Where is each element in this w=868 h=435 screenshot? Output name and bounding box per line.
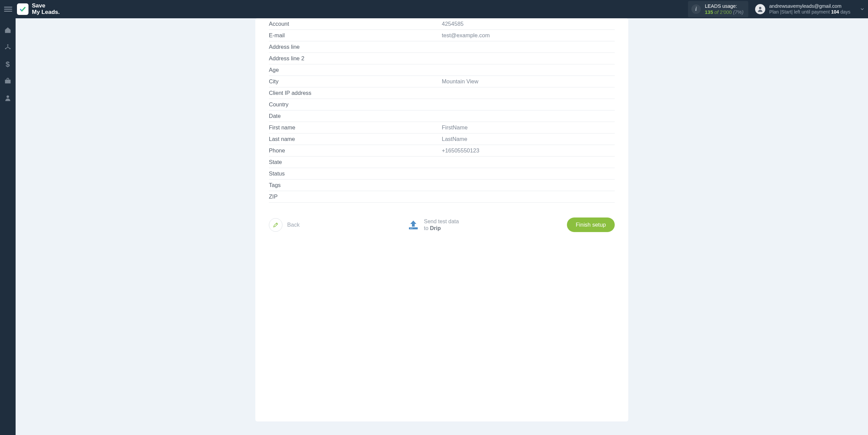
field-value [442,113,615,119]
field-row: State [269,157,615,168]
field-value [442,182,615,188]
field-row: E-mailtest@example.com [269,30,615,41]
svg-text:$: $ [5,60,9,68]
field-value: 4254585 [442,21,615,27]
send-test-line2: to Drip [424,225,459,231]
nav-billing[interactable]: $ [0,59,16,69]
field-label: Country [269,101,442,108]
app-header: Save My Leads. i LEADS usage: 135 of 2'0… [0,0,868,18]
edit-icon [269,218,282,232]
usage-title: LEADS usage: [705,3,744,9]
field-row: First nameFirstName [269,122,615,133]
field-row: Client IP address [269,87,615,99]
menu-toggle-button[interactable] [4,5,12,13]
field-row: Tags [269,180,615,191]
account-plan: Plan |Start| left until payment 104 days [769,9,850,15]
field-row: Age [269,64,615,76]
field-row: Last nameLastName [269,133,615,145]
field-value [442,44,615,50]
field-value: LastName [442,136,615,142]
field-value [442,193,615,200]
field-label: City [269,78,442,85]
setup-panel: Account4254585E-mailtest@example.comAddr… [255,18,628,421]
field-label: Client IP address [269,90,442,96]
sidebar-nav: $ [0,18,16,435]
chevron-down-icon[interactable] [860,7,865,12]
field-row: Status [269,168,615,180]
field-row: Address line [269,41,615,53]
send-test-button[interactable]: Send test data to Drip [408,218,459,231]
field-value [442,170,615,177]
field-row: Phone+16505550123 [269,145,615,157]
field-value [442,101,615,108]
field-row: Address line 2 [269,53,615,64]
action-bar: Back Send test data to Drip Finish setup [269,218,615,232]
svg-rect-7 [409,227,418,229]
brand-logo[interactable]: Save My Leads. [17,3,60,15]
field-row: Date [269,110,615,122]
field-label: First name [269,124,442,131]
field-row: Country [269,99,615,110]
field-label: Account [269,21,442,27]
avatar-icon [755,4,765,14]
finish-setup-button[interactable]: Finish setup [567,218,615,232]
svg-point-8 [410,228,411,229]
field-value: Mountain View [442,78,615,85]
field-value: +16505550123 [442,147,615,154]
send-test-line1: Send test data [424,218,459,225]
usage-detail: 135 of 2'000 (7%) [705,9,744,15]
usage-text: LEADS usage: 135 of 2'000 (7%) [705,3,744,15]
field-label: Age [269,67,442,73]
nav-home[interactable] [0,25,16,35]
account-email: andrewsavemyleads@gmail.com [769,3,850,9]
nav-connections[interactable] [0,42,16,52]
svg-point-1 [7,44,8,46]
field-label: State [269,159,442,165]
field-row: ZIP [269,191,615,203]
field-row: Account4254585 [269,18,615,30]
svg-point-6 [6,96,9,98]
field-value [442,90,615,96]
svg-point-0 [759,7,761,9]
field-label: Address line [269,44,442,50]
field-value: test@example.com [442,32,615,39]
svg-point-9 [412,228,412,229]
field-label: Address line 2 [269,55,442,62]
field-label: Status [269,170,442,177]
usage-badge[interactable]: i LEADS usage: 135 of 2'000 (7%) [688,1,748,17]
field-value [442,159,615,165]
field-value [442,55,615,62]
brand-name: Save My Leads. [32,3,60,15]
field-value [442,67,615,73]
svg-rect-5 [5,80,11,83]
field-row: CityMountain View [269,76,615,87]
logo-icon [17,3,28,15]
field-label: Last name [269,136,442,142]
upload-icon [408,220,419,230]
field-value: FirstName [442,124,615,131]
nav-profile[interactable] [0,93,16,103]
field-label: E-mail [269,32,442,39]
account-menu[interactable]: andrewsavemyleads@gmail.com Plan |Start|… [755,3,865,15]
nav-briefcase[interactable] [0,76,16,86]
field-label: Phone [269,147,442,154]
field-label: ZIP [269,193,442,200]
main-stage: Account4254585E-mailtest@example.comAddr… [16,18,868,435]
back-button[interactable]: Back [269,218,300,232]
field-label: Date [269,113,442,119]
info-icon: i [691,4,701,14]
field-label: Tags [269,182,442,188]
